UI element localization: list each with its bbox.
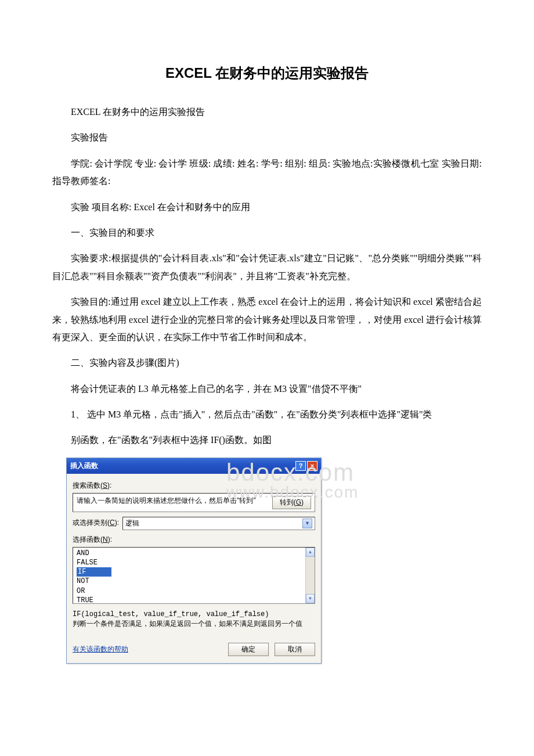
para-1: EXCEL 在财务中的运用实验报告 — [52, 103, 482, 121]
search-row: 请输入一条简短的说明来描述您想做什么，然后单击"转到" 转到(G) — [73, 493, 315, 512]
function-explain: 判断一个条件是否满足，如果满足返回一个值，如果不满足则返回另一个值 — [73, 620, 315, 629]
list-item[interactable]: NOT — [77, 577, 312, 586]
list-item[interactable]: FALSE — [77, 558, 312, 567]
help-link[interactable]: 有关该函数的帮助 — [73, 645, 128, 654]
para-11: 别函数，在"函数名"列表框中选择 IF()函数。如图 — [52, 431, 482, 449]
insert-function-dialog: 插入函数 ? × 搜索函数(S): 请输入一条简短的说明来描述您想做什么，然后单… — [66, 458, 322, 664]
list-item[interactable]: AND — [77, 549, 312, 558]
para-4: 实验 项目名称: Excel 在会计和财务中的应用 — [52, 199, 482, 216]
dialog-titlebar[interactable]: 插入函数 ? × — [67, 458, 321, 474]
function-list-label: 选择函数(N): — [73, 535, 315, 545]
list-item[interactable]: OR — [77, 586, 312, 596]
para-2: 实验报告 — [52, 129, 482, 146]
search-label: 搜索函数(S): — [73, 481, 315, 491]
para-10: 1、 选中 M3 单元格，点击"插入"，然后点击"函数"，在"函数分类"列表框中… — [52, 406, 482, 423]
function-signature: IF(logical_test, value_if_true, value_if… — [73, 610, 315, 620]
dialog-title: 插入函数 — [70, 461, 98, 471]
para-8: 二、实验内容及步骤(图片) — [52, 354, 482, 372]
cancel-button[interactable]: 取消 — [275, 643, 315, 656]
scroll-up-icon[interactable]: ▲ — [306, 548, 315, 557]
para-9: 将会计凭证表的 L3 单元格签上自己的名字，并在 M3 设置"借贷不平衡" — [52, 380, 482, 398]
go-button[interactable]: 转到(G) — [272, 496, 311, 509]
page-title: EXCEL 在财务中的运用实验报告 — [52, 64, 482, 82]
search-input[interactable]: 请输入一条简短的说明来描述您想做什么，然后单击"转到" — [77, 496, 269, 506]
para-3: 学院: 会计学院 专业: 会计学 班级: 成绩: 姓名: 学号: 组别: 组员:… — [52, 155, 482, 190]
para-5: 一、实验目的和要求 — [52, 224, 482, 242]
help-icon[interactable]: ? — [295, 461, 306, 471]
ok-button[interactable]: 确定 — [228, 643, 269, 656]
category-select[interactable]: 逻辑 ▼ — [122, 517, 315, 530]
close-icon[interactable]: × — [307, 461, 317, 471]
function-description: IF(logical_test, value_if_true, value_if… — [73, 610, 315, 630]
list-item-selected[interactable]: IF — [77, 567, 111, 577]
category-value: 逻辑 — [125, 519, 139, 528]
scroll-down-icon[interactable]: ▼ — [306, 594, 315, 603]
scrollbar[interactable]: ▲ ▼ — [305, 548, 315, 603]
chevron-down-icon[interactable]: ▼ — [302, 519, 312, 528]
function-listbox[interactable]: AND FALSE IF NOT OR TRUE ▲ ▼ — [73, 547, 315, 604]
category-label: 或选择类别(C): — [73, 518, 119, 528]
para-6: 实验要求:根据提供的"会计科目表.xls"和"会计凭证表.xls"建立"日记账"… — [52, 250, 482, 285]
para-7: 实验目的:通过用 excel 建立以上工作表，熟悉 excel 在会计上的运用，… — [52, 293, 482, 346]
list-item[interactable]: TRUE — [77, 596, 312, 604]
